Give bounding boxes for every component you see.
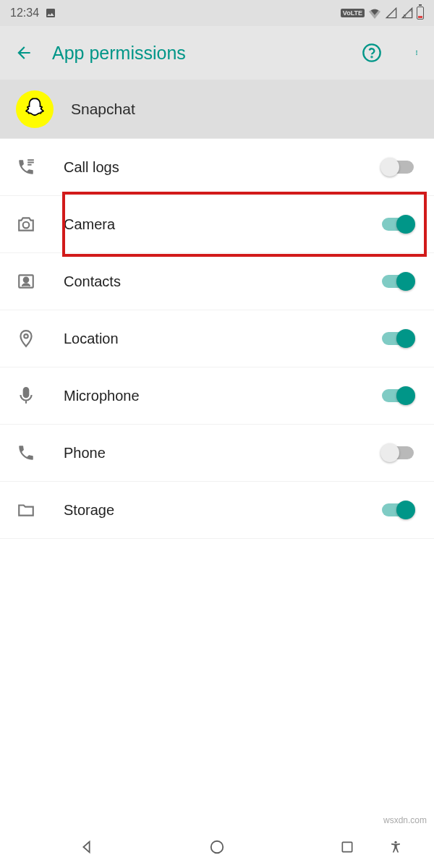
svg-rect-11 [24,388,29,397]
call-logs-icon [16,158,36,176]
svg-text:x: x [409,8,412,12]
toggle-contacts[interactable] [382,275,414,288]
nav-accessibility-button[interactable] [370,840,421,854]
svg-point-9 [24,278,29,283]
permission-row-camera[interactable]: Camera [0,196,434,253]
image-icon [45,7,56,19]
wifi-icon [367,7,382,19]
svg-rect-13 [342,842,352,851]
permission-label: Microphone [64,388,354,404]
status-right: VoLTE xR [341,7,424,20]
permission-row-contacts[interactable]: Contacts [0,253,434,310]
nav-recent-button[interactable] [322,840,373,854]
toggle-location[interactable] [382,332,414,345]
signal-icon-2: xR [401,7,414,19]
svg-point-6 [416,54,417,56]
permission-label: Contacts [64,273,354,290]
microphone-icon [16,386,36,405]
back-arrow-icon[interactable] [14,43,33,62]
overflow-menu-icon[interactable] [414,43,420,62]
permission-row-microphone[interactable]: Microphone [0,367,434,425]
contacts-icon [16,272,36,291]
page-title: App permissions [52,43,343,64]
nav-home-button[interactable] [192,839,242,855]
navigation-bar [0,826,434,868]
permission-label: Location [64,331,354,347]
app-bar: App permissions [0,26,434,80]
permission-row-call-logs[interactable]: Call logs [0,139,434,196]
status-left: 12:34 [10,7,56,20]
permission-row-location[interactable]: Location [0,310,434,367]
storage-icon [16,501,36,519]
svg-point-12 [211,841,224,854]
camera-icon [16,215,36,234]
svg-point-5 [416,52,417,54]
toggle-camera[interactable] [382,218,414,231]
volte-icon: VoLTE [341,9,365,17]
phone-icon [16,443,36,462]
permission-label: Call logs [64,159,354,176]
location-icon [16,329,36,348]
help-icon[interactable] [362,43,382,63]
svg-point-14 [394,841,396,843]
permissions-list: Call logs Camera Contacts Location Micro… [0,139,434,539]
status-time: 12:34 [10,7,39,20]
toggle-storage[interactable] [382,503,414,516]
watermark: wsxdn.com [383,815,427,825]
app-name: Snapchat [71,101,135,118]
status-bar: 12:34 VoLTE xR [0,0,434,26]
svg-point-2 [363,44,380,61]
toggle-call-logs[interactable] [382,161,414,174]
signal-icon-1 [385,7,398,19]
svg-point-4 [416,51,417,52]
svg-point-7 [23,222,30,229]
permission-label: Phone [64,445,354,461]
svg-point-10 [24,334,27,338]
svg-text:R: R [404,14,407,18]
permission-row-storage[interactable]: Storage [0,482,434,539]
svg-point-3 [371,56,372,57]
app-header-row: Snapchat [0,80,434,139]
snapchat-app-icon [16,90,54,128]
permission-label: Camera [64,216,354,233]
permission-row-phone[interactable]: Phone [0,425,434,482]
toggle-phone[interactable] [382,446,414,459]
battery-icon [417,7,424,20]
nav-back-button[interactable] [61,839,112,855]
permission-label: Storage [64,502,354,519]
toggle-microphone[interactable] [382,389,414,402]
